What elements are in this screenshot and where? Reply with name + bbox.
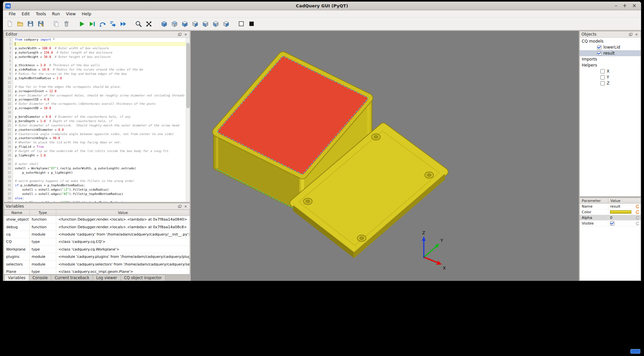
reset-button[interactable] [635,204,640,209]
code-line[interactable]: 19p_boreDiameter = 8.0 # Diameter of the… [4,115,186,119]
editor-float-icon[interactable] [177,32,182,37]
viewport-3d[interactable]: Z Y X [191,31,579,281]
parameter-row-name[interactable]: Nameresult [580,204,641,209]
top-view-button[interactable] [169,19,179,29]
tree-item-y[interactable]: Y [580,74,641,80]
tree-item-helpers[interactable]: Helpers [580,62,641,68]
column-header-value[interactable]: Value [608,199,641,203]
minimize-button[interactable]: – [615,3,617,8]
debug-button[interactable] [87,19,97,29]
column-header-name[interactable]: Name [4,210,30,216]
code-line[interactable]: 25# Whether to place the lid with the to… [4,140,186,145]
variable-row[interactable]: selectorsmodule<module 'cadquery.selecto… [4,261,190,268]
tree-item-imports[interactable]: Imports [580,56,641,62]
menu-help[interactable]: Help [79,11,95,17]
zoom-button[interactable] [134,19,143,29]
tree-item-x[interactable]: X [580,68,641,74]
column-header-parameter[interactable]: Parameter [580,198,608,203]
menu-run[interactable]: Run [49,11,63,17]
checkbox[interactable] [597,51,601,56]
menu-tools[interactable]: Tools [33,11,49,17]
right-view-button[interactable] [221,19,231,29]
code-line[interactable]: 20p_boreDepth = 1.0 # Depth of the count… [4,119,186,123]
variable-row[interactable]: pluginsmodule<module 'cadquery.plugins' … [4,253,190,260]
tab-console[interactable]: Console [29,274,52,281]
code-line[interactable]: 2 [4,42,186,46]
variable-row[interactable]: CQtype<class 'cadquery.cq.CQ'> [4,238,190,246]
code-line[interactable]: 3p_outerWidth = 100.0 # Outer width of b… [4,46,186,51]
objects-float-icon[interactable] [628,32,633,37]
tab-variables[interactable]: Variables [4,274,29,281]
code-line[interactable]: 38else: [4,196,186,201]
open-button[interactable] [15,19,25,29]
shaded-button[interactable] [247,19,256,29]
menu-file[interactable]: File [6,11,19,17]
reset-button[interactable] [635,221,640,226]
reset-button[interactable] [635,216,640,220]
variables-close-icon[interactable]: × [183,204,188,209]
variable-row[interactable]: show_objectfunction<function Debugger.re… [4,216,190,223]
save-as-button[interactable] [36,19,46,29]
editor-close-icon[interactable]: × [183,32,188,37]
maximize-button[interactable]: + [623,3,627,8]
back-view-button[interactable] [200,19,210,29]
checkbox[interactable] [600,75,605,80]
menu-edit[interactable]: Edit [19,11,33,17]
parameter-row-alpha[interactable]: Alpha0 [580,215,641,221]
code-line[interactable]: 26p_flipLid = True [4,145,186,149]
checkbox[interactable] [600,81,605,86]
titlebar[interactable]: cq CadQuery GUI (PyQT) – + × [3,2,641,10]
column-header-type[interactable]: Type [30,210,56,216]
code-line[interactable]: 5p_outerHeight = 50.0 # Outer height of … [4,55,186,59]
color-swatch[interactable] [610,210,631,214]
code-line[interactable]: 33 [4,175,186,179]
code-line[interactable]: 17p_screwpostOD = 10.0 [4,106,186,110]
step-into-button[interactable] [108,19,118,29]
code-line[interactable]: 18 [4,110,186,115]
code-area[interactable]: 1from cadquery import *23p_outerWidth = … [4,38,186,202]
code-line[interactable]: 37 oshell = oshell.edges("#Z").fillet(p_… [4,192,186,196]
reset-button[interactable] [635,210,640,214]
code-editor[interactable]: 1from cadquery import *23p_outerWidth = … [4,38,190,202]
code-line[interactable]: 7p_thickness = 3.0 # Thickness of the bo… [4,63,186,68]
code-line[interactable]: 1from cadquery import * [4,38,186,42]
code-line[interactable]: 6 [4,59,186,63]
tab-cq-object-inspector[interactable]: CQ object inspector [121,274,165,281]
code-line[interactable]: 15p_screwpostID = 4.0 [4,97,186,102]
objects-close-icon[interactable]: × [634,32,639,37]
code-line[interactable]: 30# outer shell [4,162,186,166]
visible-checkbox[interactable] [610,221,614,226]
code-line[interactable]: 21# Outer diameter of countersink. Shoul… [4,123,186,128]
left-view-button[interactable] [211,19,220,29]
fit-view-button[interactable] [144,19,154,29]
variable-row[interactable]: cqmodule<module 'cadquery' from '/home/a… [4,231,190,238]
editor-scrollbar[interactable] [186,38,190,202]
variable-row[interactable]: Planetype<class 'cadquery.occ_impl.geom.… [4,268,190,274]
code-line[interactable]: 8p_sideRadius = 10.0 # Radius for the cu… [4,68,186,72]
render-button[interactable] [77,19,87,29]
wireframe-button[interactable] [236,19,246,29]
code-line[interactable]: 16# Outer Diameter of the screwposts.\nD… [4,102,186,106]
checkbox[interactable] [597,45,601,50]
code-line[interactable]: 24p_countersinkAngle = 90.0 [4,136,186,140]
tree-item-cq-models[interactable]: CQ models [580,38,641,44]
code-line[interactable]: 35if p_sideRadius > p_topAndBottomRadius… [4,183,186,188]
code-line[interactable]: 9# Radius for the curves on the top and … [4,72,186,76]
code-line[interactable]: 4p_outerLength = 150.0 # Outer length of… [4,51,186,55]
editor-scrollbar-thumb[interactable] [186,43,189,108]
code-line[interactable]: 39 oshell = oshell.edges("#Z").fillet(p_… [4,201,186,202]
code-line[interactable]: 36 oshell = oshell.edges("|Z").fillet(p_… [4,188,186,192]
iso-view-button[interactable] [159,19,169,29]
front-view-button[interactable] [190,19,200,29]
code-line[interactable]: 10p_topAndBottomRadius = 2.0 [4,76,186,81]
step-button[interactable] [98,19,107,29]
code-line[interactable]: 23# Countersink angle (complete angle be… [4,132,186,136]
close-button[interactable]: × [632,3,636,8]
continue-button[interactable] [118,19,128,29]
save-button[interactable] [26,19,35,29]
code-line[interactable]: 14# nner Diameter of the screwpost holes… [4,93,186,98]
tab-log-viewer[interactable]: Log viewer [93,274,121,281]
3d-scene[interactable]: Z Y X [191,31,578,281]
variable-row[interactable]: debugfunction<function Debugger.render.<… [4,223,190,231]
taskbar-widget[interactable] [630,349,640,354]
